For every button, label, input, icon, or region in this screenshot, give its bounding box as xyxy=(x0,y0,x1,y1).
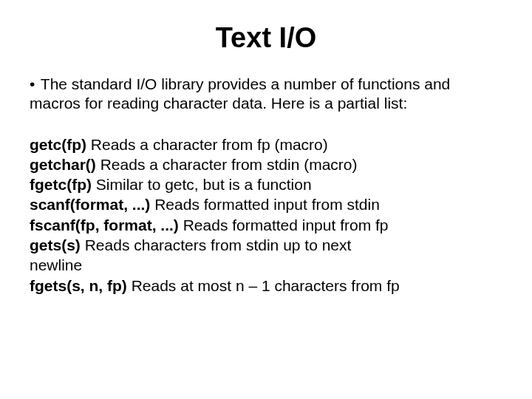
intro-text: The standard I/O library provides a numb… xyxy=(30,75,450,112)
list-item: newline xyxy=(30,255,502,275)
fn-name: fgets(s, n, fp) xyxy=(30,277,127,294)
fn-name: getc(fp) xyxy=(30,136,86,153)
function-list: getc(fp) Reads a character from fp (macr… xyxy=(30,134,502,296)
fn-desc: Reads characters from stdin up to next xyxy=(81,236,352,253)
fn-desc: Reads a character from stdin (macro) xyxy=(96,156,358,173)
slide: Text I/O • The standard I/O library prov… xyxy=(0,0,532,399)
fn-desc: Reads at most n – 1 characters from fp xyxy=(127,277,400,294)
list-item: scanf(format, ...) Reads formatted input… xyxy=(30,194,502,214)
fn-desc: Similar to getc, but is a function xyxy=(92,176,312,193)
list-item: fgetc(fp) Similar to getc, but is a func… xyxy=(30,174,502,194)
fn-name: fgetc(fp) xyxy=(30,176,92,193)
fn-desc: Reads formatted input from stdin xyxy=(150,196,379,213)
list-item: getchar() Reads a character from stdin (… xyxy=(30,154,502,174)
slide-title: Text I/O xyxy=(30,22,502,54)
list-item: fscanf(fp, format, ...) Reads formatted … xyxy=(30,215,502,235)
intro-paragraph: • The standard I/O library provides a nu… xyxy=(30,75,502,114)
fn-name: fscanf(fp, format, ...) xyxy=(30,216,179,233)
bullet-icon: • xyxy=(30,75,35,92)
fn-name: scanf(format, ...) xyxy=(30,196,150,213)
fn-desc: newline xyxy=(30,256,82,273)
list-item: getc(fp) Reads a character from fp (macr… xyxy=(30,134,502,154)
fn-desc: Reads formatted input from fp xyxy=(179,216,389,233)
fn-desc: Reads a character from fp (macro) xyxy=(86,136,328,153)
list-item: gets(s) Reads characters from stdin up t… xyxy=(30,235,502,255)
list-item: fgets(s, n, fp) Reads at most n – 1 char… xyxy=(30,276,502,296)
fn-name: getchar() xyxy=(30,156,96,173)
fn-name: gets(s) xyxy=(30,236,81,253)
